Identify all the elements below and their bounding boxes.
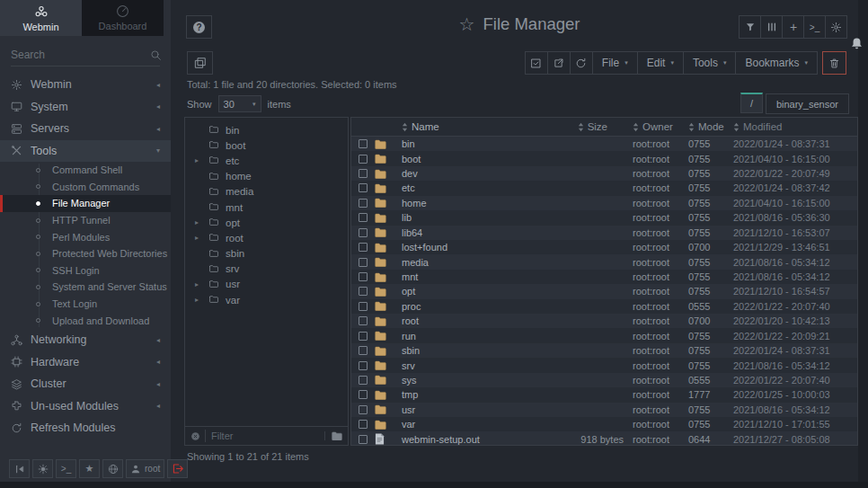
column-header-name[interactable]: Name xyxy=(402,121,536,132)
table-row-mnt[interactable]: mnt root:root 0755 2021/08/16 - 05:34:12 xyxy=(351,270,857,284)
favorite-star-icon[interactable]: ☆ xyxy=(459,15,475,33)
row-checkbox[interactable] xyxy=(359,213,368,222)
row-checkbox[interactable] xyxy=(359,139,368,148)
plus-button[interactable]: + xyxy=(782,15,804,39)
tree-item-etc[interactable]: ▸ etc xyxy=(185,153,348,168)
sidebar-item-protected-web-directories[interactable]: Protected Web Directories xyxy=(0,245,171,262)
sidebar-item-perl-modules[interactable]: Perl Modules xyxy=(0,228,171,245)
menu-tools[interactable]: Tools ▾ xyxy=(683,51,737,75)
star-button[interactable]: ★ xyxy=(79,459,100,478)
file-name-cell[interactable]: boot xyxy=(402,154,536,164)
globe-button[interactable] xyxy=(102,459,123,478)
user-button[interactable]: root xyxy=(126,459,164,478)
file-name-cell[interactable]: opt xyxy=(402,286,536,297)
table-row-home[interactable]: home root:root 0755 2021/04/10 - 16:15:0… xyxy=(351,196,857,210)
row-checkbox[interactable] xyxy=(359,169,368,178)
tab-webmin[interactable]: Webmin xyxy=(0,0,82,36)
column-header-owner[interactable]: Owner xyxy=(633,121,688,132)
file-name-cell[interactable]: bin xyxy=(402,138,536,149)
delete-button[interactable] xyxy=(822,51,846,75)
menu-edit[interactable]: Edit ▾ xyxy=(637,51,684,75)
table-row-etc[interactable]: etc root:root 0755 2022/01/24 - 08:37:42 xyxy=(351,181,857,195)
row-checkbox[interactable] xyxy=(359,183,368,192)
row-checkbox[interactable] xyxy=(359,435,368,444)
copy-path-button[interactable] xyxy=(187,51,213,75)
file-name-cell[interactable]: sbin xyxy=(402,345,536,356)
tree-item-home[interactable]: home xyxy=(185,169,348,184)
row-checkbox[interactable] xyxy=(359,361,368,370)
page-size-select[interactable]: 30 ▾ xyxy=(218,95,261,112)
table-row-usr[interactable]: usr root:root 0755 2021/08/16 - 05:34:12 xyxy=(351,403,857,417)
file-name-cell[interactable]: lib64 xyxy=(402,227,536,238)
breadcrumb-root[interactable]: / xyxy=(740,93,763,113)
row-checkbox[interactable] xyxy=(359,243,368,252)
row-checkbox[interactable] xyxy=(359,405,368,414)
row-checkbox[interactable] xyxy=(359,376,368,385)
sidebar-item-system[interactable]: System ◂ xyxy=(0,96,171,119)
notifications-bell-icon[interactable] xyxy=(850,37,864,50)
sidebar-item-ssh-login[interactable]: SSH Login xyxy=(0,262,171,279)
sidebar-item-upload-and-download[interactable]: Upload and Download xyxy=(0,312,171,329)
sidebar-item-refresh-modules[interactable]: Refresh Modules xyxy=(0,417,171,439)
row-checkbox[interactable] xyxy=(359,420,368,429)
file-name-cell[interactable]: media xyxy=(402,257,536,268)
sidebar-item-cluster[interactable]: Cluster ◂ xyxy=(0,373,171,395)
column-header-mode[interactable]: Mode xyxy=(688,121,733,132)
file-name-cell[interactable]: mnt xyxy=(402,271,536,282)
sidebar-item-networking[interactable]: Networking ◂ xyxy=(0,329,171,351)
tab-dashboard[interactable]: Dashboard xyxy=(82,0,164,36)
table-row-run[interactable]: run root:root 0755 2022/01/22 - 20:09:21 xyxy=(351,328,857,342)
sidebar-item-servers[interactable]: Servers ◂ xyxy=(0,118,171,140)
file-name-cell[interactable]: webmin-setup.out xyxy=(402,434,536,445)
columns-button[interactable] xyxy=(760,15,783,39)
table-row-dev[interactable]: dev root:root 0755 2022/01/22 - 20:07:49 xyxy=(351,166,857,181)
collapse-button[interactable] xyxy=(9,459,30,478)
sidebar-item-webmin[interactable]: Webmin ◂ xyxy=(0,74,171,96)
file-name-cell[interactable]: usr xyxy=(402,404,536,415)
terminal-button[interactable]: >_ xyxy=(56,459,76,478)
search-input[interactable] xyxy=(11,49,150,61)
row-checkbox[interactable] xyxy=(359,258,368,267)
expand-arrow-icon[interactable]: ▸ xyxy=(195,234,208,242)
sidebar-item-un-used-modules[interactable]: Un-used Modules ◂ xyxy=(0,395,171,417)
tree-item-usr[interactable]: ▸ usr xyxy=(185,277,348,292)
sidebar-item-file-manager[interactable]: File Manager xyxy=(0,195,171,212)
clear-filter-icon[interactable] xyxy=(190,431,200,441)
table-row-proc[interactable]: proc root:root 0555 2022/01/22 - 20:07:4… xyxy=(351,299,857,314)
file-name-cell[interactable]: home xyxy=(402,198,536,209)
column-header-modified[interactable]: Modified xyxy=(733,121,857,132)
row-checkbox[interactable] xyxy=(359,228,368,237)
sidebar-item-http-tunnel[interactable]: HTTP Tunnel xyxy=(0,212,171,229)
breadcrumb-current[interactable]: binary_sensor xyxy=(766,93,849,114)
file-name-cell[interactable]: srv xyxy=(402,360,536,371)
row-checkbox[interactable] xyxy=(359,287,368,296)
row-checkbox[interactable] xyxy=(359,155,368,164)
row-checkbox[interactable] xyxy=(359,272,368,281)
file-name-cell[interactable]: proc xyxy=(402,301,536,312)
menu-file[interactable]: File ▾ xyxy=(592,51,638,75)
row-checkbox[interactable] xyxy=(359,332,368,341)
row-checkbox[interactable] xyxy=(359,346,368,355)
folder-icon[interactable] xyxy=(324,431,342,440)
expand-arrow-icon[interactable]: ▸ xyxy=(195,156,208,164)
logout-button[interactable] xyxy=(167,459,188,478)
terminal-button[interactable]: >_ xyxy=(803,15,826,39)
table-row-var[interactable]: var root:root 0755 2021/12/10 - 17:01:55 xyxy=(351,417,857,431)
table-row-lib[interactable]: lib root:root 0755 2021/08/16 - 05:36:30 xyxy=(351,210,857,225)
table-row-bin[interactable]: bin root:root 0755 2022/01/24 - 08:37:31 xyxy=(351,137,857,151)
file-name-cell[interactable]: run xyxy=(402,331,536,342)
file-name-cell[interactable]: dev xyxy=(402,168,536,179)
tree-item-mnt[interactable]: mnt xyxy=(185,200,348,215)
table-row-opt[interactable]: opt root:root 0755 2021/12/10 - 16:54:57 xyxy=(351,284,857,298)
file-name-cell[interactable]: root xyxy=(402,315,536,326)
sidebar-item-command-shell[interactable]: Command Shell xyxy=(0,162,171,179)
table-row-root[interactable]: root root:root 0700 2022/01/20 - 10:42:1… xyxy=(351,314,857,328)
file-name-cell[interactable]: var xyxy=(402,419,536,430)
tree-item-opt[interactable]: ▸ opt xyxy=(185,215,348,230)
expand-arrow-icon[interactable]: ▸ xyxy=(195,280,208,288)
sidebar-item-hardware[interactable]: Hardware ◂ xyxy=(0,350,171,373)
row-checkbox[interactable] xyxy=(359,390,368,399)
search-icon[interactable] xyxy=(150,49,162,61)
table-row-sbin[interactable]: sbin root:root 0755 2022/01/24 - 08:37:3… xyxy=(351,343,857,358)
table-row-media[interactable]: media root:root 0755 2021/08/16 - 05:34:… xyxy=(351,254,857,269)
